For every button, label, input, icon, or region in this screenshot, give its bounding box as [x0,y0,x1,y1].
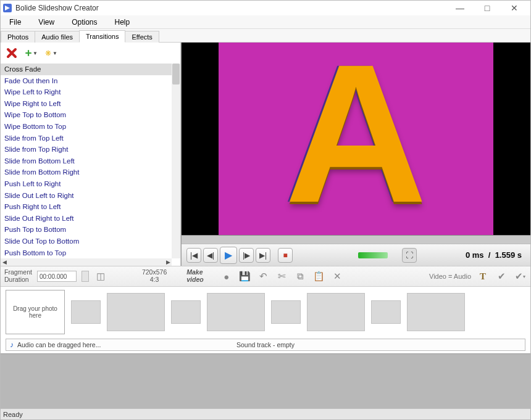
undo-button[interactable]: ↶ [257,270,270,283]
transitions-toolbar: ▼ ▼ [1,43,180,64]
save-button[interactable]: 💾 [238,270,252,283]
audio-track-status: Sound track - empty [6,341,525,348]
tab-transitions[interactable]: Transitions [79,30,125,43]
next-frame-button[interactable]: |▶ [239,248,254,263]
app-title: Bolide Slideshow Creator [15,4,99,12]
last-frame-button[interactable]: ▶| [256,248,270,263]
transition-item[interactable]: Slide Out Top to Bottom [1,236,172,247]
transition-item[interactable]: Slide Out Right to Left [1,213,172,224]
preview-content: A [285,43,427,232]
playback-controls: |◀ ◀| ▶ |▶ ▶| ■ ⛶ 0 ms / 1.559 s [182,244,530,266]
transition-preview-icon[interactable]: ◫ [94,270,107,283]
preview-canvas: A [182,43,530,244]
mid-toolbar: FragmentDuration 00:00.000 ◫ 720x5764:3 … [1,266,530,287]
tab-audio-files[interactable]: Audio files [35,31,80,43]
transition-item[interactable]: Push Bottom to Top [1,247,172,259]
preview-scrollbar[interactable] [182,235,530,244]
transition-item[interactable]: Push Right to Left [1,201,172,213]
random-transition-button[interactable]: ▼ [45,47,57,59]
photo-drop-zone[interactable]: Drag your photo here [6,290,65,334]
scroll-thumb[interactable] [172,64,180,84]
transition-item[interactable]: Fade Out then In [1,75,172,87]
timeline-slot[interactable] [407,293,465,331]
menu-help[interactable]: Help [106,15,139,28]
delete-transition-button[interactable] [6,47,18,59]
play-button[interactable]: ▶ [220,247,237,264]
menu-file[interactable]: File [1,15,30,28]
transition-item[interactable]: Wipe Top to Bottom [1,109,172,121]
timeline[interactable]: Drag your photo here [1,287,530,337]
transition-item[interactable]: Push Top to Bottom [1,224,172,236]
horizontal-scrollbar[interactable]: ◀ ▶ [1,258,172,266]
transition-item[interactable]: Push Left to Right [1,178,172,190]
transition-item[interactable]: Slide from Top Left [1,133,172,144]
record-button[interactable]: ● [220,270,233,283]
delete-button[interactable]: ✕ [331,270,345,283]
chevron-down-icon: ▼ [52,51,57,56]
app-icon [3,4,12,12]
apply-all-button[interactable]: ✔▾ [513,270,527,283]
volume-slider[interactable] [358,252,388,258]
maximize-button[interactable]: □ [474,1,501,15]
timeline-slot[interactable] [307,293,365,331]
svg-line-4 [46,51,47,52]
transition-item[interactable]: Slide Out Left to Right [1,190,172,202]
transition-item[interactable]: Slide from Bottom Right [1,167,172,178]
transition-item[interactable]: Slide from Top Right [1,144,172,155]
paste-button[interactable]: 📋 [312,270,326,283]
duration-stepper[interactable] [82,271,89,282]
playback-position: 0 ms [466,250,484,260]
timeline-slot[interactable] [71,300,101,324]
svg-line-6 [49,51,50,52]
transition-item[interactable]: Wipe Left to Right [1,86,172,98]
tab-effects[interactable]: Effects [125,31,159,43]
svg-line-7 [46,54,47,55]
close-button[interactable]: ✕ [501,1,528,15]
transition-item[interactable]: Cross Fade [1,64,172,75]
transition-item[interactable]: Wipe Bottom to Top [1,121,172,133]
timeline-slot[interactable] [171,300,201,324]
apply-button[interactable]: ✔ [495,270,508,283]
chevron-down-icon: ▼ [33,51,38,56]
timeline-empty-area [1,353,530,408]
make-video-button[interactable]: Makevideo [186,269,203,283]
video-resolution: 720x5764:3 [142,269,167,283]
minimize-button[interactable]: — [446,1,474,15]
playback-time: 0 ms / 1.559 s [419,250,525,260]
status-text: Ready [3,411,23,418]
scroll-left-arrow-icon[interactable]: ◀ [1,259,8,265]
fragment-duration-input[interactable]: 00:00.000 [37,271,77,282]
add-transition-button[interactable]: ▼ [25,47,38,59]
timeline-slot[interactable] [271,300,301,324]
menubar: File View Options Help [1,15,530,29]
transition-item[interactable]: Slide from Bottom Left [1,155,172,167]
menu-options[interactable]: Options [63,15,106,28]
tab-photos[interactable]: Photos [1,31,35,43]
svg-point-8 [48,52,49,54]
cut-button[interactable]: ✄ [275,270,289,283]
transitions-list[interactable]: Cross FadeFade Out then InWipe Left to R… [1,64,172,258]
fragment-duration-label: FragmentDuration [4,269,32,283]
fullscreen-button[interactable]: ⛶ [402,248,417,263]
playback-duration: 1.559 s [495,250,522,260]
timeline-slot[interactable] [371,300,401,324]
svg-line-5 [49,54,50,55]
prev-frame-button[interactable]: ◀| [203,248,218,263]
status-bar: Ready [1,408,530,419]
stop-button[interactable]: ■ [278,248,293,263]
timeline-slot[interactable] [207,293,265,331]
video-audio-label: Video = Audio [429,273,471,280]
first-frame-button[interactable]: |◀ [186,248,201,263]
audio-track[interactable]: ♪ Audio can be dragged here... Sound tra… [6,339,525,351]
timeline-slot[interactable] [107,293,165,331]
copy-button[interactable]: ⧉ [294,270,307,283]
scroll-right-arrow-icon[interactable]: ▶ [164,259,172,265]
vertical-scrollbar[interactable] [172,64,180,258]
text-tool-button[interactable]: T [476,270,490,283]
transition-item[interactable]: Wipe Right to Left [1,98,172,110]
main-tabs: Photos Audio files Transitions Effects [1,29,530,43]
menu-view[interactable]: View [30,15,63,28]
